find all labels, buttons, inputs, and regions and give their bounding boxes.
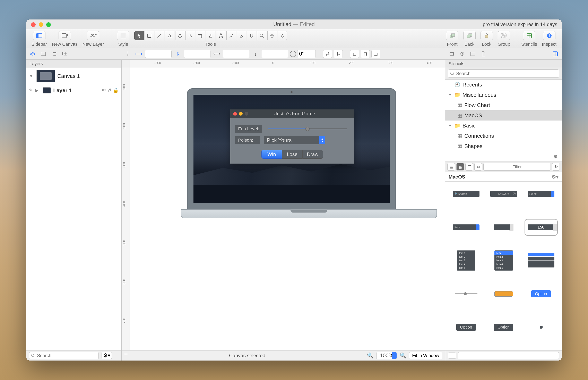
layers-tab[interactable]	[28, 50, 37, 58]
action-tool[interactable]	[278, 31, 287, 40]
disclosure-icon[interactable]: ▼	[29, 74, 34, 78]
canvas-inspector[interactable]	[468, 50, 477, 58]
preview-toggle[interactable]: 👁	[552, 163, 560, 171]
document-inspector[interactable]	[479, 50, 488, 58]
selection-tab[interactable]	[60, 50, 69, 58]
zoom-field[interactable]: 100%	[376, 352, 397, 359]
stencil-number-stepper[interactable]: 150	[527, 221, 555, 233]
align-center-button[interactable]: ⊓	[361, 50, 370, 58]
grid-toggle[interactable]: ⦙⦙⦙	[124, 50, 133, 58]
stencil-option-dark-2[interactable]: Option	[489, 321, 518, 333]
new-layer-button[interactable]: +	[87, 31, 99, 40]
y-field[interactable]	[184, 50, 210, 58]
flip-h-button[interactable]: ⇄	[323, 50, 332, 58]
stencil-select[interactable]: Select	[527, 188, 555, 200]
rotation-field[interactable]: 0°	[290, 50, 316, 58]
lose-button[interactable]: Lose	[282, 150, 302, 159]
layer-gear-button[interactable]: ⚙▾	[102, 352, 112, 359]
stencils-grid-icon[interactable]	[551, 50, 560, 58]
macos-stencil[interactable]: ▦MacOS	[445, 110, 562, 120]
line-tool[interactable]	[155, 31, 164, 40]
view-grid[interactable]: ▦	[456, 163, 464, 171]
text-tool[interactable]: A	[165, 31, 174, 40]
outline-tab[interactable]	[50, 50, 59, 58]
inspect-button[interactable]: i	[543, 31, 555, 40]
fun-level-slider[interactable]	[268, 129, 347, 129]
group-button[interactable]	[498, 31, 510, 40]
style-button[interactable]	[117, 31, 129, 40]
sidebar-toggle[interactable]	[33, 31, 45, 40]
flip-v-button[interactable]: ⇅	[334, 50, 343, 58]
more-row[interactable]: ⊕	[445, 151, 562, 162]
stencil-checkbox[interactable]	[527, 321, 555, 333]
brush-tool[interactable]	[226, 31, 236, 40]
front-button[interactable]	[446, 31, 458, 40]
zoom-in-icon[interactable]: 🔍	[400, 352, 406, 359]
print-icon[interactable]: ⎙	[108, 88, 111, 93]
fit-window-button[interactable]: Fit in Window	[409, 352, 442, 359]
selection-tool[interactable]	[134, 31, 144, 40]
minimize-icon[interactable]	[39, 22, 43, 27]
stencil-progress-bar[interactable]	[489, 288, 518, 300]
connections-stencil[interactable]: ▦Connections	[445, 131, 562, 141]
stencil-name-field[interactable]	[458, 352, 559, 359]
zoom-tool[interactable]	[257, 31, 267, 40]
close-icon[interactable]	[31, 22, 36, 27]
stencil-option-dark-1[interactable]: Option	[452, 321, 481, 333]
lock-button[interactable]	[481, 31, 493, 40]
shape-tool[interactable]	[145, 31, 154, 40]
view-tree[interactable]: ⧉	[474, 163, 482, 171]
basic-folder[interactable]: ▼📁Basic	[445, 120, 562, 131]
align-left-button[interactable]: ⊏	[350, 50, 359, 58]
poison-select[interactable]: Pick Yours ▲▼	[264, 136, 325, 144]
align-right-button[interactable]: ⊐	[371, 50, 380, 58]
stencil-search[interactable]	[448, 70, 559, 78]
draw-button[interactable]: Draw	[302, 150, 323, 159]
stamp-tool[interactable]	[206, 31, 215, 40]
stencil-search-field[interactable]: 🔍 Search	[452, 188, 481, 200]
dialog-close-icon[interactable]	[233, 112, 237, 115]
point-tool[interactable]	[186, 31, 195, 40]
object-inspector[interactable]	[447, 50, 456, 58]
view-list[interactable]: ☰	[465, 163, 473, 171]
view-detail[interactable]: ▤	[447, 163, 455, 171]
pencil-icon[interactable]: ✎	[29, 88, 33, 93]
grid-icon[interactable]: ⦙⦙⦙	[124, 352, 128, 359]
pen-tool[interactable]	[175, 31, 185, 40]
hand-tool[interactable]	[267, 31, 277, 40]
stencils-button[interactable]	[523, 31, 535, 40]
eraser-tool[interactable]	[237, 31, 246, 40]
shapes-stencil[interactable]: ▦Shapes	[445, 141, 562, 151]
properties-inspector[interactable]	[458, 50, 467, 58]
fill-swatch[interactable]	[448, 353, 456, 359]
canvas-row[interactable]: ▼ Canvas 1	[26, 68, 121, 84]
stencil-option-blue[interactable]: Option	[527, 288, 555, 300]
stencil-stepper-blank[interactable]	[489, 221, 518, 233]
stencil-slider[interactable]	[452, 288, 481, 300]
new-canvas-button[interactable]: +	[59, 31, 71, 40]
layer-search[interactable]	[29, 352, 99, 359]
stencil-list-plain[interactable]: Item 1Item 2Item 3Item 4Item 5	[452, 254, 481, 267]
zoom-out-icon[interactable]: 🔍	[367, 352, 373, 359]
visibility-icon[interactable]: 👁	[102, 88, 106, 93]
x-field[interactable]	[145, 50, 172, 58]
crop-tool[interactable]	[196, 31, 205, 40]
win-button[interactable]: Win	[261, 150, 282, 159]
layer-row[interactable]: ✎ ▶ Layer 1 👁 ⎙ 🔓	[26, 84, 121, 96]
lock-layer-icon[interactable]: 🔓	[113, 88, 119, 93]
laptop-shape[interactable]: Justin's Fun Game Fun Level: Poi	[181, 88, 402, 218]
gear-icon[interactable]: ⚙▾	[552, 174, 558, 180]
stencil-pill-list[interactable]	[527, 254, 555, 267]
recents-row[interactable]: 🕘Recents	[445, 79, 562, 90]
zoom-icon[interactable]	[46, 22, 51, 27]
stencil-item-select[interactable]: Item	[452, 221, 481, 233]
diagram-tool[interactable]	[216, 31, 226, 40]
stencil-filter[interactable]	[483, 163, 551, 171]
back-button[interactable]	[463, 31, 476, 40]
w-field[interactable]	[223, 50, 249, 58]
flowchart-stencil[interactable]: ▦Flow Chart	[445, 100, 562, 110]
disclosure-icon[interactable]: ▶	[35, 88, 40, 93]
canvas[interactable]: Justin's Fun Game Fun Level: Poi	[130, 68, 445, 350]
h-field[interactable]	[262, 50, 288, 58]
stencil-list-highlight[interactable]: Item 1Item 2Item 3Item 4Item 5	[489, 254, 518, 267]
